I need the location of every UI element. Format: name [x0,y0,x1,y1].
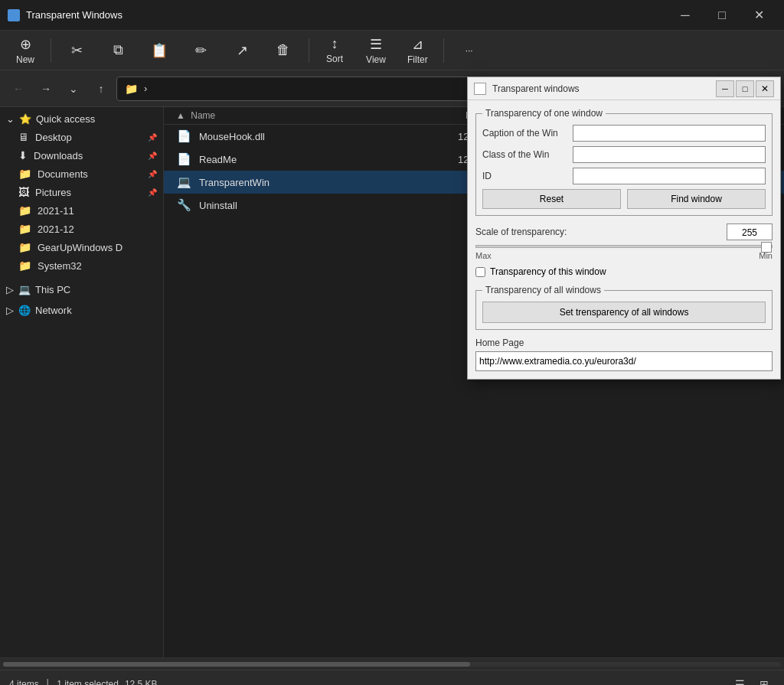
file-icon-transparentwin: 💻 [176,175,191,189]
paste-button[interactable]: 📋 [140,34,178,67]
homepage-label: Home Page [475,338,773,348]
transparency-one-legend: Transparency of one window [482,108,606,119]
pictures-icon: 🖼 [18,186,29,198]
pin-icon-4: 📌 [148,188,157,197]
title-bar: Transparent Windows ─ □ ✕ [0,0,784,31]
set-all-button[interactable]: Set trensparency of all windows [482,302,766,323]
rename-button[interactable]: ✏ [181,34,220,67]
cut-button[interactable]: ✂ [57,34,96,67]
star-icon: ⭐ [19,113,31,125]
delete-button[interactable]: 🗑 [264,34,302,67]
tiles-view-button[interactable]: ⊞ [753,675,775,686]
expand-icon-pc: ▷ [6,284,14,295]
new-icon: ⊕ [20,36,31,53]
caption-row: Caption of the Win [482,125,766,142]
details-view-button[interactable]: ☰ [729,675,750,686]
copy-button[interactable]: ⧉ [99,34,137,67]
slider-thumb[interactable] [761,242,772,253]
scroll-thumb[interactable] [3,662,470,667]
find-window-button[interactable]: Find window [627,189,766,209]
all-windows-group: Transparency of all windows Set trenspar… [475,285,773,330]
sidebar-item-2021-12[interactable]: 📁 2021-12 [0,220,163,238]
filter-icon: ⊿ [412,36,423,53]
caption-input[interactable] [573,125,766,142]
homepage-url[interactable]: http://www.extramedia.co.yu/eurora3d/ [475,351,773,371]
sidebar-item-documents[interactable]: 📁 Documents 📌 [0,165,163,183]
slider-track [475,245,773,248]
dialog-close-button[interactable]: ✕ [756,80,774,97]
caption-label: Caption of the Win [482,128,567,139]
back-button[interactable]: ← [6,77,31,101]
sidebar-quick-access[interactable]: ⌄ ⭐ Quick access [0,110,163,128]
expand-icon: ⌄ [6,113,15,125]
folder-gearup-icon: 📁 [18,241,31,253]
window-title: Transparent Windows [26,9,662,21]
toolbar-sep-2 [309,38,309,63]
scale-value: 255 [727,223,773,240]
documents-icon: 📁 [18,168,31,180]
new-button[interactable]: ⊕ New [6,34,44,67]
id-row: ID [482,168,766,184]
share-button[interactable]: ↗ [223,34,261,67]
recent-button[interactable]: ⌄ [61,77,86,101]
view-icon: ☰ [370,36,382,53]
sidebar-item-desktop[interactable]: 🖥 Desktop 📌 [0,128,163,146]
sidebar-item-2021-11[interactable]: 📁 2021-11 [0,201,163,220]
close-button[interactable]: ✕ [741,3,776,28]
folder-sys32-icon: 📁 [18,259,31,272]
id-input[interactable] [573,168,766,184]
class-input[interactable] [573,146,766,163]
view-toggle: ☰ ⊞ [729,675,775,686]
folder-icon: 📁 [125,83,138,95]
homepage-section: Home Page http://www.extramedia.co.yu/eu… [475,338,773,371]
up-button[interactable]: ↑ [89,77,113,101]
transparency-one-window-group: Transparency of one window Caption of th… [475,108,773,216]
dialog-title: Transparent windows [492,83,710,94]
horizontal-scrollbar[interactable] [0,657,784,670]
sidebar-item-pictures[interactable]: 🖼 Pictures 📌 [0,183,163,201]
toolbar-sep-3 [443,38,444,63]
scale-row: Scale of trensparency: 255 [475,223,773,240]
transparency-slider-container [475,245,773,248]
all-windows-legend: Transparency of all windows [482,285,604,295]
sidebar-this-pc[interactable]: ▷ 💻 This PC [0,281,163,298]
class-row: Class of the Win [482,146,766,163]
maximize-button[interactable]: □ [704,3,740,28]
reset-button[interactable]: Reset [482,189,621,209]
sidebar-item-downloads[interactable]: ⬇ Downloads 📌 [0,146,163,165]
paste-icon: 📋 [151,42,168,59]
pin-icon: 📌 [148,133,157,142]
minimize-button[interactable]: ─ [668,3,703,28]
file-name: TransparentWin [199,177,450,188]
scale-label: Scale of trensparency: [475,227,720,237]
file-name: ReadMe [199,154,450,165]
dialog-maximize-button[interactable]: □ [736,80,754,97]
sidebar-network[interactable]: ▷ 🌐 Network [0,302,163,319]
folder-2021-11-icon: 📁 [18,204,31,217]
folder-2021-12-icon: 📁 [18,223,31,235]
view-button[interactable]: ☰ View [357,34,395,67]
sidebar-item-gearup[interactable]: 📁 GearUpWindows D [0,238,163,256]
scroll-track [3,662,781,667]
sidebar-item-system32[interactable]: 📁 System32 [0,256,163,275]
copy-icon: ⧉ [113,42,123,58]
file-icon-readme: 📄 [176,152,191,166]
this-window-checkbox-row: Transparency of this window [475,266,773,277]
selected-size: 12.5 KB [125,679,158,686]
col-name-header[interactable]: ▲ Name [176,110,466,121]
status-sep-1: │ [45,679,51,686]
dialog-minimize-button[interactable]: ─ [716,80,734,97]
file-name: MouseHook.dll [199,131,450,142]
pin-icon-2: 📌 [148,152,157,160]
transparent-windows-dialog: Transparent windows ─ □ ✕ Transparency o… [467,77,781,380]
dialog-body: Transparency of one window Caption of th… [468,100,780,379]
file-name: Uninstall [199,200,450,211]
forward-button[interactable]: → [34,77,58,101]
class-label: Class of the Win [482,149,567,160]
filter-button[interactable]: ⊿ Filter [398,34,437,67]
cut-icon: ✂ [71,42,83,59]
sort-button[interactable]: ↕ Sort [315,34,354,67]
this-window-checkbox[interactable] [475,267,485,277]
more-button[interactable]: ··· [450,34,488,67]
pin-icon-3: 📌 [148,170,157,178]
